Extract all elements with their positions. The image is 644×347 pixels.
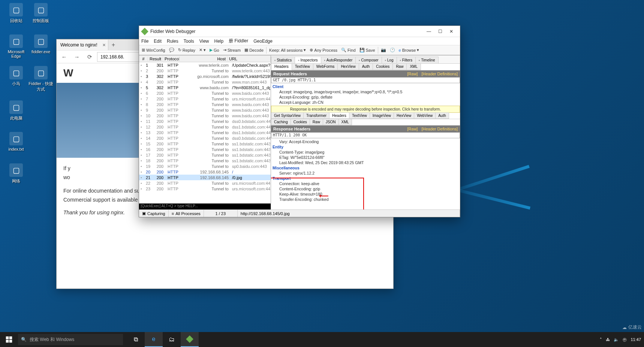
- taskbar-search[interactable]: 🔍 搜索 Web 和 Windows: [18, 334, 123, 345]
- header-item[interactable]: Accept-Language: zh-CN: [273, 100, 458, 105]
- session-row[interactable]: ▪12200HTTPTunnel todss1.bdstatic.com:443: [139, 124, 271, 130]
- taskbar-edge[interactable]: e: [145, 332, 163, 347]
- menu-item[interactable]: 册 Fiddler: [229, 38, 248, 44]
- comment-button[interactable]: 💬: [168, 46, 175, 54]
- response-tab[interactable]: WebView: [414, 112, 436, 119]
- screenshot-button[interactable]: 📷: [380, 46, 387, 54]
- header-def-link-resp[interactable]: [Header Definitions]: [421, 127, 458, 131]
- keep-dropdown[interactable]: Keep: All sessions ▾: [268, 46, 307, 54]
- winconfig-button[interactable]: ⊞WinConfig: [141, 46, 166, 54]
- stream-button[interactable]: ⇥Stream: [222, 46, 242, 54]
- inspector-tab[interactable]: ▫Filters: [397, 57, 416, 63]
- session-row[interactable]: ▪3302HTTPgo.microsoft.com/fwlink/?LinkId…: [139, 73, 271, 79]
- quickexec-bar[interactable]: [QuickExec] ALT+Q > type HELP...: [139, 203, 271, 209]
- session-row[interactable]: ▪2200HTTPTunnel towww.telerik.com:443: [139, 68, 271, 73]
- decode-button[interactable]: ▦Decode: [243, 46, 265, 54]
- forward-button[interactable]: →: [72, 52, 82, 62]
- col-host[interactable]: Host: [180, 57, 228, 61]
- response-tab[interactable]: Raw: [310, 119, 323, 125]
- close-button[interactable]: ✕: [446, 29, 457, 34]
- session-row[interactable]: ▪18200HTTPTunnel toss1.bdstatic.com:443: [139, 158, 271, 163]
- response-tab[interactable]: Auth: [435, 112, 449, 119]
- menu-item[interactable]: Rules: [167, 39, 178, 44]
- menu-item[interactable]: Tools: [184, 39, 194, 44]
- raw-link[interactable]: [Raw]: [407, 72, 418, 76]
- taskbar-explorer[interactable]: 🗂: [163, 332, 181, 347]
- close-tab-icon[interactable]: ✕: [102, 43, 106, 48]
- request-tab[interactable]: TextView: [292, 64, 313, 70]
- session-row[interactable]: ▪22200HTTPTunnel tours.microsoft.com:443: [139, 180, 271, 186]
- header-item[interactable]: Accept: image/png, image/svg+xml, image/…: [273, 89, 458, 94]
- minimize-button[interactable]: —: [423, 29, 434, 34]
- response-tab[interactable]: HexView: [394, 112, 414, 119]
- request-tab[interactable]: Auth: [359, 64, 373, 70]
- desktop-icon[interactable]: ▢此电脑: [3, 100, 29, 121]
- response-tab[interactable]: Transformer: [303, 112, 329, 119]
- response-group[interactable]: Transport: [273, 176, 458, 181]
- header-item[interactable]: Content-Encoding: gzip: [273, 186, 458, 191]
- start-button[interactable]: [0, 332, 18, 347]
- response-tab[interactable]: TextView: [349, 112, 370, 119]
- header-item[interactable]: Accept-Encoding: gzip, deflate: [273, 94, 458, 100]
- response-tab[interactable]: Get SyntaxView: [271, 112, 304, 119]
- save-button[interactable]: 💾Save: [358, 46, 376, 54]
- session-row[interactable]: ▪23200HTTPTunnel tours.microsoft.com:443: [139, 186, 271, 191]
- header-item[interactable]: Connection: keep-alive: [273, 181, 458, 186]
- request-tab[interactable]: Raw: [392, 64, 407, 70]
- menu-item[interactable]: View: [199, 39, 209, 44]
- browse-button[interactable]: eBrowse ▾: [398, 46, 421, 54]
- desktop-icon[interactable]: ▢Microsoft Edge: [3, 34, 29, 58]
- desktop-icon[interactable]: ▢小马: [3, 66, 29, 87]
- header-item[interactable]: Last-Modified: Wed, 25 Dec 2019 08:43:25…: [273, 160, 458, 165]
- request-tab[interactable]: Cookies: [373, 64, 393, 70]
- session-row[interactable]: ▪9200HTTPTunnel towww.baidu.com:443: [139, 107, 271, 113]
- inspector-tab[interactable]: ▫Log: [382, 57, 397, 63]
- inspector-tab[interactable]: ▫Inspectors: [295, 57, 321, 63]
- session-row[interactable]: ▪10200HTTPTunnel towww.baidu.com:443: [139, 113, 271, 118]
- remove-button[interactable]: ✕▾: [198, 46, 207, 54]
- session-row[interactable]: ▪6200HTTPTunnel towww.baidu.com:443: [139, 90, 271, 96]
- ime-icon[interactable]: ㊥: [623, 337, 627, 343]
- request-tab[interactable]: HexView: [337, 64, 359, 70]
- raw-link-resp[interactable]: [Raw]: [407, 127, 418, 131]
- session-row[interactable]: ▪20200HTTP192.168.68.145/: [139, 169, 271, 175]
- inspector-tab[interactable]: ▫AutoResponder: [321, 57, 356, 63]
- response-group[interactable]: Miscellaneous: [273, 165, 458, 171]
- session-row[interactable]: ▪13200HTTPTunnel todss1.bdstatic.com:443: [139, 130, 271, 135]
- session-row[interactable]: ▪19200HTTPTunnel tosp0.baidu.com:443: [139, 163, 271, 169]
- edge-tab[interactable]: Welcome to nginx! ✕: [57, 40, 108, 50]
- session-row[interactable]: ▪21200HTTP192.168.68.145/0.jpg: [139, 175, 271, 180]
- request-tab[interactable]: WebForms: [313, 64, 338, 70]
- session-row[interactable]: ▪17200HTTPTunnel toss1.bdstatic.com:443: [139, 152, 271, 158]
- header-def-link[interactable]: [Header Definitions]: [421, 72, 458, 76]
- clock[interactable]: 11:47: [631, 337, 641, 342]
- col-url[interactable]: URL: [228, 57, 271, 61]
- response-tab[interactable]: Headers: [329, 112, 349, 119]
- response-tab[interactable]: Caching: [271, 119, 291, 125]
- timer-button[interactable]: 🕐: [389, 46, 396, 54]
- response-tab[interactable]: JSON: [323, 119, 339, 125]
- desktop-icon[interactable]: ▢网络: [3, 163, 29, 184]
- response-tab[interactable]: XML: [338, 119, 352, 125]
- col-protocol[interactable]: Protocol: [163, 57, 180, 61]
- col-num[interactable]: #: [139, 57, 148, 61]
- header-item[interactable]: Content-Type: image/jpeg: [273, 150, 458, 155]
- volume-icon[interactable]: 🔈: [614, 337, 619, 342]
- transform-notice[interactable]: Response is encoded and may require deco…: [271, 106, 460, 113]
- header-item[interactable]: Server: nginx/1.12.2: [273, 171, 458, 176]
- session-row[interactable]: ▪11200HTTPTunnel todss0.bdstatic.com:443: [139, 118, 271, 124]
- response-tab[interactable]: Cookies: [291, 119, 310, 125]
- session-row[interactable]: ▪14200HTTPTunnel todss0.bdstatic.com:443: [139, 135, 271, 141]
- header-item[interactable]: Vary: Accept-Encoding: [273, 139, 458, 144]
- request-tab[interactable]: Headers: [271, 64, 292, 70]
- response-group[interactable]: Entity: [273, 144, 458, 150]
- maximize-button[interactable]: ☐: [434, 29, 446, 34]
- response-tab[interactable]: ImageView: [370, 112, 394, 119]
- session-row[interactable]: ▪8200HTTPTunnel towww.baidu.com:443: [139, 102, 271, 107]
- session-row[interactable]: ▪15200HTTPTunnel toss1.bdstatic.com:443: [139, 141, 271, 147]
- inspector-tab[interactable]: ▫Timeline: [415, 57, 439, 63]
- session-row[interactable]: ▪4200HTTPTunnel towww.msn.com:443: [139, 79, 271, 85]
- process-filter[interactable]: ≡All Processes: [169, 210, 204, 217]
- go-button[interactable]: ▶Go: [208, 46, 220, 54]
- desktop-icon[interactable]: ▢Fiddler - 快捷方式: [28, 66, 54, 92]
